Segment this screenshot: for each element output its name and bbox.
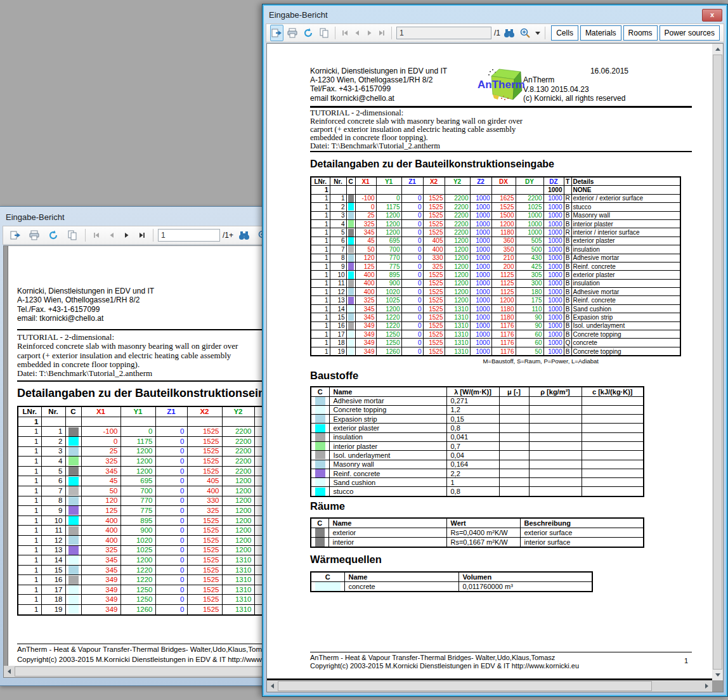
cell-dz: 1000 bbox=[543, 262, 564, 270]
cell-dz: 1000 bbox=[543, 186, 564, 194]
export-button[interactable] bbox=[270, 25, 283, 41]
search-button[interactable] bbox=[236, 227, 252, 243]
table-row: 1 15 345 1220 0 1525 1310 1000 bbox=[18, 565, 289, 575]
cell-lnr: 1 bbox=[311, 304, 330, 313]
cell-nr: 10 bbox=[330, 271, 346, 279]
cell-color bbox=[311, 396, 329, 405]
page-number-input[interactable] bbox=[396, 27, 491, 39]
cell-x2: 1525 bbox=[187, 446, 222, 457]
cell-z1: 0 bbox=[155, 545, 187, 555]
cell-x2: 1525 bbox=[187, 545, 222, 555]
cells-button[interactable]: Cells bbox=[551, 25, 578, 41]
zoom-dropdown-caret[interactable] bbox=[535, 32, 540, 35]
tutorial-block: TUTORIAL - 2-dimensional:Reinforced conc… bbox=[310, 109, 692, 151]
cell-z2: 1000 bbox=[470, 321, 491, 330]
color-swatch bbox=[315, 433, 325, 441]
close-button[interactable]: x bbox=[702, 9, 722, 22]
cell-nr: 11 bbox=[330, 279, 346, 287]
zoom-icon bbox=[519, 27, 531, 39]
export-button[interactable] bbox=[7, 227, 23, 243]
page-number-input[interactable] bbox=[158, 229, 220, 242]
nav-prev-button[interactable] bbox=[352, 26, 362, 40]
cell-capacity bbox=[582, 478, 644, 487]
refresh-button[interactable] bbox=[301, 25, 315, 41]
cell-dx: 1176 bbox=[491, 339, 516, 347]
cell-nr: 19 bbox=[41, 605, 65, 615]
color-swatch bbox=[68, 585, 79, 594]
horizontal-scrollbar[interactable] bbox=[267, 680, 712, 692]
nav-prev-button[interactable] bbox=[105, 228, 118, 242]
nav-first-button[interactable] bbox=[340, 26, 350, 40]
power-sources-button[interactable]: Power sources bbox=[660, 25, 720, 41]
cell-z2: 1000 bbox=[470, 288, 491, 296]
scroll-up-button[interactable] bbox=[712, 44, 723, 55]
cell-capacity bbox=[582, 451, 644, 460]
scroll-right-button[interactable] bbox=[701, 680, 712, 691]
arrow-left-icon bbox=[271, 684, 274, 689]
cell-z1: 0 bbox=[155, 436, 187, 446]
table-row: 1 10 400 895 0 1525 1200 1000 bbox=[18, 515, 289, 526]
cell-nr: 18 bbox=[41, 595, 65, 605]
copy-button[interactable] bbox=[317, 25, 330, 41]
cell-lnr: 1 bbox=[311, 321, 330, 330]
cell-z2: 1000 bbox=[470, 271, 491, 279]
cell-color bbox=[65, 575, 81, 585]
col-header-y1: Y1 bbox=[120, 406, 155, 417]
cell-dy: 90 bbox=[516, 321, 543, 330]
cell-dx: 1180 bbox=[491, 313, 516, 321]
cell-details: Adhesive mortar bbox=[571, 254, 680, 262]
cell-x2: 1525 bbox=[187, 585, 222, 595]
cell-lnr: 1 bbox=[18, 496, 41, 506]
color-swatch bbox=[68, 457, 79, 465]
cell-y2: 2200 bbox=[222, 446, 254, 457]
cell-x1: 50 bbox=[81, 486, 120, 496]
cell-rho bbox=[529, 405, 582, 414]
cell-details: exterior / exterior surface bbox=[571, 194, 680, 202]
report-page-front: Kornicki, Dienstleistungen in EDV und IT… bbox=[267, 44, 712, 680]
nav-last-button[interactable] bbox=[136, 228, 148, 242]
rooms-button[interactable]: Rooms bbox=[623, 25, 658, 41]
print-button[interactable] bbox=[286, 25, 299, 41]
cell-x1: 120 bbox=[355, 254, 376, 262]
cell-z1: 0 bbox=[401, 304, 423, 313]
scroll-left-button[interactable] bbox=[4, 666, 15, 677]
color-swatch bbox=[315, 451, 325, 459]
cell-z2: 1000 bbox=[470, 339, 491, 347]
zoom-button[interactable] bbox=[519, 25, 532, 41]
scrollbar-thumb[interactable] bbox=[278, 681, 652, 691]
scroll-left-button[interactable] bbox=[267, 680, 278, 691]
materials-button[interactable]: Materials bbox=[580, 25, 621, 41]
cell-details: Masonry wall bbox=[571, 211, 680, 219]
cell-z1: 0 bbox=[155, 535, 187, 545]
scroll-down-button[interactable] bbox=[712, 670, 723, 680]
cell-x2: 405 bbox=[187, 476, 222, 486]
vertical-scrollbar[interactable] bbox=[712, 44, 723, 680]
cell-details: NONE bbox=[571, 186, 680, 194]
print-button[interactable] bbox=[26, 227, 42, 243]
cell-z1: 0 bbox=[401, 228, 423, 237]
cell-x1: 345 bbox=[355, 313, 376, 321]
cell-dy: 90 bbox=[516, 313, 543, 321]
scrollbar-thumb[interactable] bbox=[713, 55, 722, 670]
color-swatch bbox=[68, 566, 79, 574]
cell-x2: 1525 bbox=[423, 313, 445, 321]
copy-button[interactable] bbox=[64, 227, 81, 243]
cell-dy: 175 bbox=[516, 296, 543, 304]
nav-next-button[interactable] bbox=[365, 26, 375, 40]
titlebar-front[interactable]: Eingabe-Bericht x bbox=[263, 4, 727, 23]
cell-color bbox=[346, 271, 355, 279]
cell-rho bbox=[529, 460, 582, 469]
color-swatch bbox=[68, 477, 79, 486]
cell-y2: 1200 bbox=[222, 545, 254, 555]
nav-next-button[interactable] bbox=[120, 228, 133, 242]
cell-nr: 5 bbox=[41, 466, 65, 476]
cell-z1: 0 bbox=[155, 526, 187, 536]
divider-rule bbox=[310, 106, 692, 108]
cell-mu bbox=[499, 432, 529, 441]
nav-last-button[interactable] bbox=[377, 26, 387, 40]
cell-details: interior / interior surface bbox=[571, 228, 680, 237]
nav-first-button[interactable] bbox=[90, 228, 103, 242]
refresh-button[interactable] bbox=[45, 227, 62, 243]
search-button[interactable] bbox=[503, 25, 516, 41]
cell-room-name: interior bbox=[328, 537, 446, 547]
